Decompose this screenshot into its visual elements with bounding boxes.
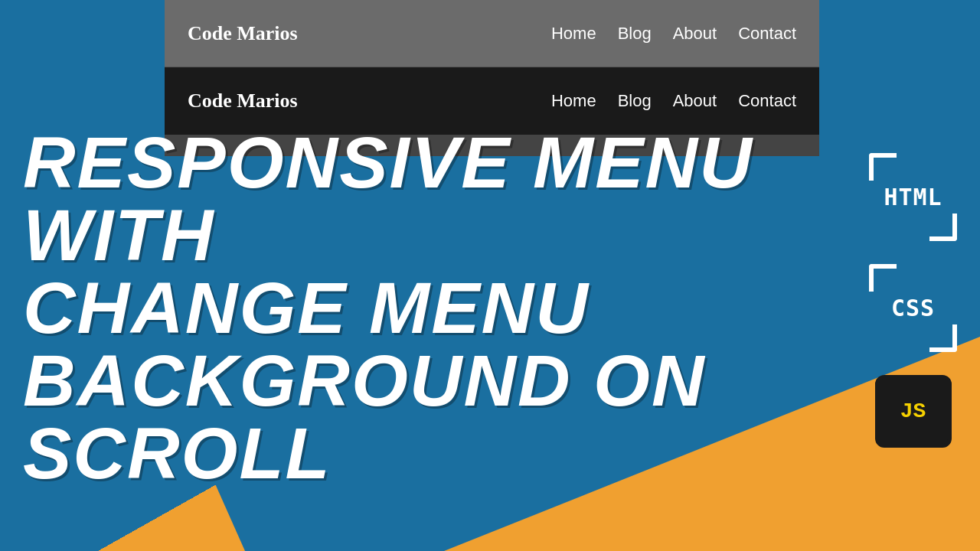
navbar2-link-contact[interactable]: Contact: [738, 91, 796, 110]
navbar2-link-home[interactable]: Home: [551, 91, 596, 110]
navbar1-link-about[interactable]: About: [673, 24, 717, 43]
main-title-text: Responsive Menu With Change Menu Backgro…: [23, 126, 835, 490]
css-badge: CSS: [869, 264, 957, 352]
tech-icons-panel: HTML CSS JS: [869, 153, 957, 448]
navbar2-link-about[interactable]: About: [673, 91, 717, 110]
navbar2-link-blog[interactable]: Blog: [618, 91, 652, 110]
navbar1-link-blog[interactable]: Blog: [618, 24, 652, 43]
navbar1-link-home[interactable]: Home: [551, 24, 596, 43]
navbar2-brand: Code Marios: [188, 90, 298, 112]
navbar1-link-contact[interactable]: Contact: [738, 24, 796, 43]
navbar2-links: Home Blog About Contact: [551, 91, 796, 111]
html-badge: HTML: [869, 153, 957, 241]
html-label: HTML: [884, 184, 942, 210]
background: Code Marios Home Blog About Contact Code…: [0, 0, 980, 551]
js-label: JS: [900, 399, 926, 423]
js-badge: JS: [875, 375, 952, 448]
navbar-light: Code Marios Home Blog About Contact: [165, 0, 819, 67]
navbar1-brand: Code Marios: [188, 22, 298, 45]
main-title-area: Responsive Menu With Change Menu Backgro…: [23, 126, 835, 490]
navbar1-links: Home Blog About Contact: [551, 24, 796, 44]
css-label: CSS: [891, 295, 935, 321]
